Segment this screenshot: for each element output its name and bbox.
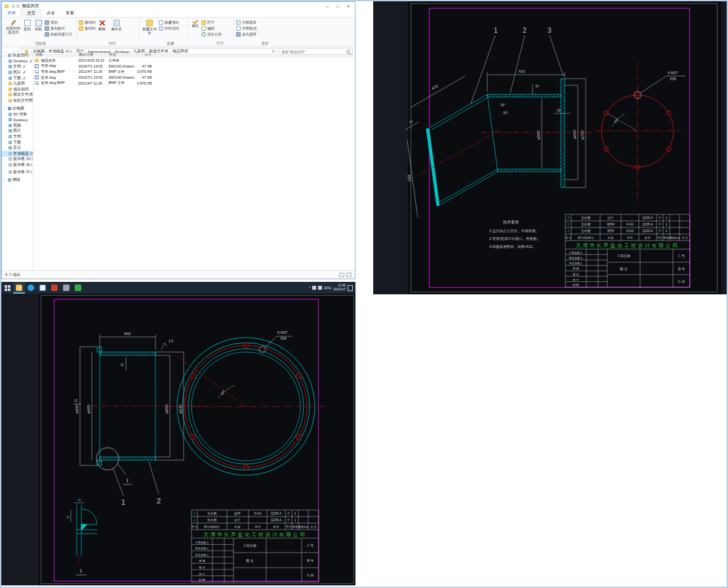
minimize-button[interactable]: – (322, 4, 333, 9)
sidebar-item-documents[interactable]: 文档 (2, 64, 33, 70)
file-explorer-icon (16, 284, 22, 291)
svg-text:Q235-A: Q235-A (271, 519, 282, 522)
document-app-icon (39, 284, 46, 291)
sidebar-quick-access[interactable]: › 快速访问 (2, 52, 33, 58)
copy-path-icon (45, 26, 49, 31)
svg-text:制 图: 制 图 (199, 578, 205, 581)
invert-selection-button[interactable]: 反向选择 (236, 32, 256, 37)
svg-text:序 号: 序 号 (192, 525, 197, 528)
taskbar-browser[interactable] (25, 282, 37, 294)
sidebar-item-documents2[interactable]: 文档 (2, 134, 33, 140)
rename-button[interactable]: 重命名 (109, 19, 125, 31)
taskbar-utility-app[interactable] (60, 282, 72, 294)
svg-text:工程负责人: 工程负责人 (195, 541, 210, 544)
column-name[interactable]: 名称 (33, 52, 77, 57)
close-button[interactable]: × (343, 4, 354, 9)
maximize-button[interactable]: □ (333, 4, 343, 9)
tray-icon[interactable] (312, 286, 316, 290)
angle-15a: 15° (500, 103, 506, 107)
taskbar-pdf-app[interactable] (49, 282, 60, 294)
sidebar-item-folder[interactable]: 项目协同 (2, 87, 33, 92)
new-folder-button[interactable]: 新建文件夹 (142, 19, 157, 35)
tab-home[interactable]: 主页 (21, 9, 41, 17)
sidebar-item-desktop[interactable]: Desktop (2, 58, 33, 64)
sidebar-network[interactable]: › 网络 (2, 177, 33, 183)
detail-dim-30: 30 (66, 515, 70, 519)
history-button[interactable]: 历史记录 (201, 32, 222, 37)
sidebar-item-music[interactable]: 音乐 (2, 145, 33, 151)
tab-file[interactable]: 文件 (2, 10, 21, 17)
delete-button[interactable]: 删除 (97, 19, 108, 31)
file-row[interactable]: 弯管.dwg 2016/7/1 13:05 ZWCAD.Drawing 47 K… (33, 64, 355, 69)
tray-expand-chevron[interactable]: ^ (309, 286, 310, 290)
pin-to-quick-access-button[interactable]: 固定到快速访问 (5, 19, 21, 34)
sidebar-item-volume-f[interactable]: 新加卷 (F:) (2, 170, 33, 176)
sidebar-item-pictures2[interactable]: 图片 (2, 128, 33, 134)
notification-center-icon[interactable] (348, 285, 353, 291)
thumbnails-view-icon[interactable] (346, 273, 352, 277)
taskbar-messenger-app[interactable] (72, 282, 84, 294)
invert-selection-icon (236, 32, 241, 37)
copy-icon (24, 20, 31, 26)
sidebar-item-volume-d[interactable]: 新加卷 (D:) (2, 157, 33, 163)
sidebar-item-local-disk-c[interactable]: 本地磁盘 (C:) (2, 151, 33, 157)
sidebar-item-videos[interactable]: 视频 (2, 123, 33, 128)
item-count: 5 个项目 (5, 272, 20, 278)
easy-access-button[interactable]: 轻松访问 (159, 26, 179, 31)
column-type[interactable]: 类型 (107, 52, 134, 57)
sidebar-item-downloads2[interactable]: 下载 (2, 140, 33, 146)
taskbar-document-app[interactable] (37, 282, 49, 294)
cut-button[interactable]: 剪切 (45, 20, 72, 25)
sidebar-item-pictures[interactable]: 图片 (2, 69, 33, 75)
dim-400: 400 (124, 332, 131, 336)
column-size[interactable]: 大小 (134, 52, 154, 57)
svg-text:1: 1 (666, 223, 668, 226)
music-icon (9, 146, 12, 149)
svg-text:δ=10: δ=10 (626, 223, 634, 226)
new-item-button[interactable]: 新建项目 (159, 20, 179, 25)
file-row[interactable]: 短管.dwg.BMP 2021/4/7 11:26 BMP 文件 3,975 K… (33, 80, 355, 86)
select-none-button[interactable]: 全部取消 (236, 26, 256, 31)
move-to-button[interactable]: 移动到 (79, 20, 96, 25)
column-date[interactable]: 修改日期 (77, 52, 107, 57)
sidebar-item-folder[interactable]: 有机文件图 (2, 98, 33, 104)
tab-share[interactable]: 共享 (41, 10, 60, 17)
select-all-button[interactable]: 全部选择 (236, 20, 256, 25)
edit-button[interactable]: 编辑 (201, 26, 222, 31)
quick-access-icon (8, 54, 11, 57)
open-button[interactable]: 打开 (201, 20, 222, 25)
svg-text:1: 1 (666, 229, 668, 233)
taskbar-file-explorer[interactable] (13, 282, 25, 294)
svg-text:图 名: 图 名 (620, 267, 627, 271)
properties-button[interactable]: 属性 (190, 19, 200, 28)
svg-text:Q235-A: Q235-A (642, 216, 653, 220)
copy-path-button[interactable]: 复制路径 (45, 26, 72, 31)
svg-text:审定负责人: 审定负责人 (195, 547, 210, 550)
copy-button[interactable]: 复制 (22, 19, 32, 31)
sidebar-item-folder[interactable]: 模块文件简图 (2, 92, 33, 98)
file-row[interactable]: 弯管.dwg.BMP 2021/4/7 11:26 BMP 文件 3,975 K… (33, 69, 355, 75)
input-language[interactable]: ENG (324, 286, 331, 290)
quick-access-toolbar[interactable] (12, 5, 20, 8)
copy-to-button[interactable]: 复制到 (79, 26, 96, 31)
svg-text:审 核: 审 核 (573, 267, 579, 270)
paste-shortcut-button[interactable]: 粘贴快捷方式 (45, 32, 72, 37)
file-row[interactable]: 短管.dwg 2016/7/1 13:05 ZWCAD.Drawing 47 K… (33, 75, 355, 81)
dim-12: 12 (74, 399, 78, 402)
details-view-icon[interactable] (339, 273, 344, 277)
sidebar-item-volume-e[interactable]: 新加卷 (E:) (2, 162, 33, 168)
sidebar-this-pc[interactable]: › 此电脑 (2, 106, 33, 111)
svg-text:重量(Kg): 重量(Kg) (669, 236, 680, 239)
clock[interactable]: 11:46 2021/4/7 (333, 284, 346, 291)
sidebar-item-downloads[interactable]: 下载 (2, 75, 33, 81)
start-button[interactable] (1, 282, 13, 294)
sidebar-item-folder[interactable]: 九森图 (2, 81, 33, 87)
tab-view[interactable]: 查看 (60, 10, 79, 17)
tray-icon[interactable] (318, 286, 322, 290)
bolt-callout-sub: 均布 (280, 336, 287, 340)
file-row[interactable]: 轴流风管 2021/3/29 15:21 文件夹 (33, 58, 355, 64)
sidebar-item-3d-objects[interactable]: 3D 对象 (2, 111, 33, 117)
file-explorer-window: 轴流风管 – □ × 文件 主页 共享 查看 固定到快速访问 复制 粘贴 (1, 1, 355, 279)
sidebar-item-desktop2[interactable]: Desktop (2, 117, 33, 123)
paste-button[interactable]: 粘贴 (33, 19, 43, 31)
